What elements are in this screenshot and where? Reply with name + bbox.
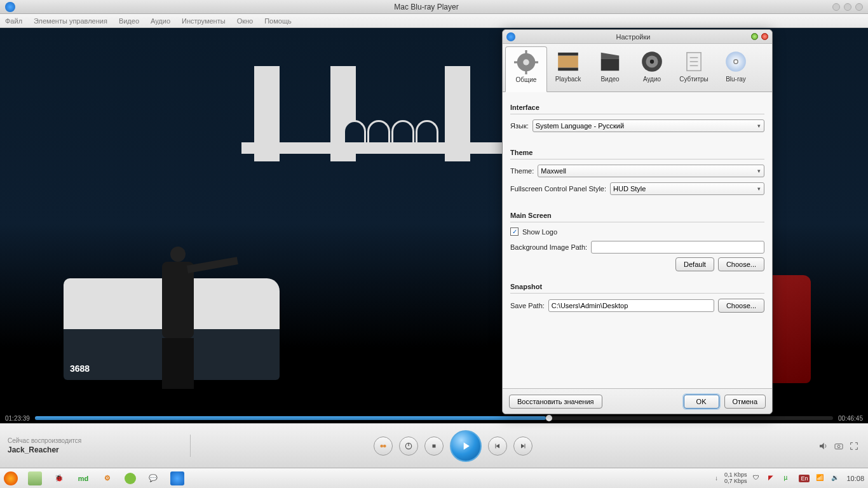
now-playing-name: Jack_Reacher (8, 445, 182, 454)
taskbar-app2-icon[interactable]: md (76, 471, 90, 485)
choose-bg-button[interactable]: Choose... (718, 257, 764, 271)
speaker-icon[interactable]: 🔉 (831, 474, 840, 483)
bgpath-input[interactable] (591, 241, 764, 254)
speaker-cone-icon (639, 49, 665, 74)
taskbar-app4-icon[interactable] (125, 473, 136, 484)
wifi-icon[interactable]: 📶 (816, 474, 825, 483)
menu-window[interactable]: Окно (237, 17, 254, 25)
progress-area: 01:23:39 00:46:45 (0, 413, 868, 423)
settings-app-icon (506, 32, 515, 41)
settings-close-button[interactable] (761, 33, 768, 40)
controls-right (715, 441, 868, 451)
player-buttons (191, 430, 715, 462)
taskbar-filemanager-icon[interactable] (28, 471, 42, 485)
snapshot-icon[interactable] (834, 441, 844, 451)
default-button[interactable]: Default (675, 257, 714, 271)
savepath-input[interactable] (548, 299, 714, 312)
next-button[interactable] (513, 437, 532, 456)
window-control-group (832, 3, 863, 11)
fcps-select[interactable]: HUD Style (610, 182, 764, 195)
prev-button[interactable] (488, 437, 507, 456)
seek-bar[interactable] (35, 416, 833, 420)
svg-point-0 (380, 444, 383, 447)
power-button[interactable] (399, 437, 418, 456)
now-playing-panel: Сейчас воспроизводится Jack_Reacher (0, 435, 191, 457)
menu-audio[interactable]: Аудио (151, 17, 170, 25)
choose-snapshot-button[interactable]: Choose... (718, 299, 764, 313)
menu-controls[interactable]: Элементы управления (34, 17, 107, 25)
shield-icon[interactable]: 🛡 (753, 474, 762, 483)
showlogo-label: Show Logo (522, 228, 557, 236)
svg-marker-23 (601, 53, 620, 59)
maximize-button[interactable] (844, 3, 851, 11)
theme-label: Theme: (510, 167, 534, 175)
taskbar-app3-icon[interactable]: ⚙ (100, 471, 114, 485)
theme-select[interactable]: Maxwell (538, 165, 764, 177)
svg-marker-6 (496, 444, 500, 448)
svg-point-14 (523, 59, 529, 65)
svg-rect-21 (558, 68, 578, 71)
fullscreen-icon[interactable] (849, 441, 859, 451)
menu-tools[interactable]: Инструменты (182, 17, 226, 25)
restore-button[interactable]: Восстановить значения (509, 395, 602, 409)
svg-rect-20 (558, 53, 578, 56)
now-playing-label: Сейчас воспроизводится (8, 437, 182, 444)
taskbar-firefox-icon[interactable] (4, 471, 18, 485)
menu-file[interactable]: Файл (5, 17, 22, 25)
settings-minimize-button[interactable] (751, 33, 758, 40)
settings-title: Настройки (515, 33, 751, 41)
language-indicator[interactable]: En (799, 475, 810, 482)
svg-point-26 (650, 60, 654, 64)
svg-marker-8 (521, 444, 525, 448)
tab-playback[interactable]: Playback (547, 46, 589, 92)
close-button[interactable] (855, 3, 863, 11)
flag-icon[interactable]: ◤ (768, 474, 777, 483)
time-total: 00:46:45 (838, 415, 863, 422)
tab-subtitles[interactable]: Субтитры (673, 46, 715, 92)
svg-marker-5 (464, 442, 470, 450)
menu-video[interactable]: Видео (119, 17, 139, 25)
settings-dialog: Настройки Общие Playback Видео Аудио Суб… (502, 29, 773, 414)
taskbar-app1-icon[interactable]: 🐞 (52, 471, 66, 485)
svg-point-12 (837, 445, 840, 447)
svg-rect-9 (525, 444, 526, 448)
share-button[interactable] (374, 437, 393, 456)
taskbar-chat-icon[interactable]: 💬 (146, 471, 160, 485)
bgpath-label: Background Image Path: (510, 243, 587, 251)
tab-audio[interactable]: Аудио (631, 46, 673, 92)
svg-marker-10 (820, 442, 824, 449)
filmstrip-icon (555, 49, 581, 74)
lang-select[interactable]: System Language - Русский (532, 119, 764, 132)
svg-rect-18 (534, 61, 538, 63)
menu-help[interactable]: Помощь (264, 17, 292, 25)
document-icon (681, 49, 707, 74)
time-elapsed: 01:23:39 (5, 415, 30, 422)
svg-rect-16 (525, 71, 527, 74)
stop-button[interactable] (424, 437, 444, 456)
ok-button[interactable]: OK (684, 395, 719, 409)
window-title: Mac Blu-ray Player (20, 3, 832, 11)
network-speed: 0,1 Kbps0,7 Kbps (724, 472, 747, 485)
svg-rect-4 (433, 444, 436, 447)
volume-icon[interactable] (818, 441, 829, 451)
tab-general[interactable]: Общие (505, 46, 547, 92)
clapperboard-icon (597, 49, 623, 74)
savepath-label: Save Path: (510, 302, 545, 309)
titlebar: Mac Blu-ray Player (0, 0, 868, 14)
taskbar-clock[interactable]: 10:08 (846, 475, 864, 482)
tab-video[interactable]: Видео (589, 46, 631, 92)
showlogo-checkbox[interactable]: ✓ (510, 227, 519, 236)
cancel-button[interactable]: Отмена (724, 395, 766, 409)
tab-bluray[interactable]: Blu-ray (715, 46, 757, 92)
section-mainscreen: Main Screen (510, 209, 764, 222)
taskbar-tray: ↓ 0,1 Kbps0,7 Kbps 🛡 ◤ µ En 📶 🔉 10:08 (715, 472, 864, 485)
taskbar-player-icon[interactable] (170, 471, 184, 485)
settings-footer: Восстановить значения OK Отмена (503, 388, 772, 414)
play-button[interactable] (450, 430, 482, 462)
minimize-button[interactable] (832, 3, 840, 11)
settings-titlebar[interactable]: Настройки (503, 30, 772, 44)
taskbar: 🐞 md ⚙ 💬 ↓ 0,1 Kbps0,7 Kbps 🛡 ◤ µ En 📶 🔉… (0, 468, 868, 488)
utorrent-icon[interactable]: µ (783, 474, 792, 483)
fcps-label: Fullscreen Control Panel Style: (510, 185, 606, 193)
app-icon (5, 2, 15, 12)
